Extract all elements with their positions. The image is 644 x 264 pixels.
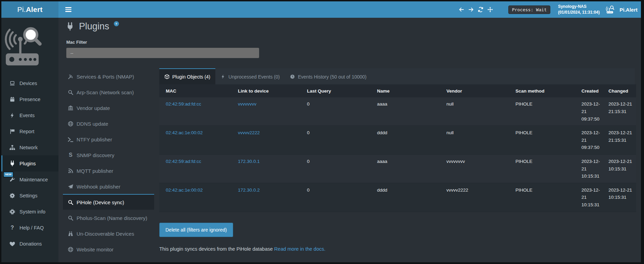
device-link[interactable]: 172.30.0.1 xyxy=(238,159,260,164)
mac-link[interactable]: 02:42:ac:1e:00:02 xyxy=(166,187,203,193)
sidebar-item-label: Network xyxy=(19,145,38,150)
cell-name: dddd xyxy=(371,183,440,212)
plug-icon xyxy=(9,161,15,167)
sidebar-item-presence[interactable]: Presence xyxy=(1,91,58,107)
globe-icon xyxy=(68,121,73,127)
app-logo[interactable]: Pi.Alert xyxy=(1,1,58,18)
sidebar-item-label: Plugins xyxy=(19,161,36,166)
sidebar-item-maintenance[interactable]: NEWMaintenance xyxy=(1,171,58,187)
mac-filter: Mac Filter xyxy=(66,40,635,58)
bolt-icon xyxy=(220,74,226,79)
refresh-icon[interactable] xyxy=(478,6,484,13)
help-badge[interactable]: ? xyxy=(114,21,119,26)
mac-filter-input[interactable] xyxy=(66,48,259,58)
plugin-nav-item-nmap[interactable]: Services & Ports (NMAP) xyxy=(63,68,154,84)
cell-vendor: null xyxy=(440,97,509,126)
sidebar-item-donations[interactable]: Donations xyxy=(1,236,58,252)
mac-link[interactable]: 02:42:ac:1e:00:02 xyxy=(166,130,203,135)
sidebar-item-system-info[interactable]: System info xyxy=(1,204,58,220)
tab-plugin-objects[interactable]: Plugin Objects (4) xyxy=(159,68,215,84)
plugin-nav-item-undiscoverable[interactable]: Un-Discoverable Devices xyxy=(63,225,154,241)
bank-icon xyxy=(68,105,73,111)
sidebar-item-help-faq[interactable]: ?Help / FAQ xyxy=(1,220,58,236)
sidebar-item-report[interactable]: Report xyxy=(1,123,58,139)
plugin-nav-label: Services & Ports (NMAP) xyxy=(77,74,134,80)
back-icon[interactable] xyxy=(458,6,465,13)
plugin-nav-item-pholus[interactable]: Pholus-Scan (Name discovery) xyxy=(63,210,154,225)
sidebar-item-events[interactable]: Events xyxy=(1,107,58,123)
mac-link[interactable]: 02:42:59:ad:fd:cc xyxy=(166,101,201,107)
plugin-list: Services & Ports (NMAP) Arp-Scan (Networ… xyxy=(63,68,154,257)
sidebar-item-devices[interactable]: Devices xyxy=(1,75,58,91)
docs-link[interactable]: Read more in the docs. xyxy=(274,246,325,252)
cell-scan-method: PIHOLE xyxy=(509,97,579,126)
cell-created: 2023-12-21 10:15:31 xyxy=(579,183,606,212)
plugin-nav-label: Pholus-Scan (Name discovery) xyxy=(77,215,147,221)
sidebar-item-plugins[interactable]: Plugins xyxy=(1,155,58,171)
plugin-nav-item-mqtt[interactable]: MQTT publisher xyxy=(63,163,154,178)
calendar-icon xyxy=(9,96,15,102)
binoculars-icon xyxy=(68,231,73,237)
cell-changed: 2023-12-21 10:15:31 xyxy=(606,183,636,212)
cell-last-query: 0 xyxy=(300,126,371,154)
satellite-dish-icon xyxy=(68,74,73,80)
column-header-link: Link to device xyxy=(231,84,300,97)
device-link[interactable]: vvvvvvvv xyxy=(238,101,256,107)
plugin-nav-item-website-monitor[interactable]: Website monitor xyxy=(63,241,154,257)
cell-mac: 02:42:59:ad:fd:cc xyxy=(159,154,231,183)
bolt-icon xyxy=(9,112,15,119)
plugin-nav-item-pihole[interactable]: PiHole (Device sync) xyxy=(63,194,154,210)
column-header-scan-method: Scan method xyxy=(509,84,579,97)
sidebar-item-label: Events xyxy=(19,113,35,118)
plugin-nav-item-ntfy[interactable]: NTFY publisher xyxy=(63,131,154,147)
cell-changed: 2023-12-21 21:15:31 xyxy=(606,126,636,154)
host-info: Synology-NAS (01/01/2024, 11:31:04) xyxy=(558,4,600,16)
sidebar-item-network[interactable]: Network xyxy=(1,139,58,155)
tab-events-history[interactable]: Events History (50 out of 10000) xyxy=(285,68,372,84)
plugin-nav-item-arpscan[interactable]: Arp-Scan (Network scan) xyxy=(63,84,154,100)
plugin-nav-label: Arp-Scan (Network scan) xyxy=(77,89,134,95)
globe-icon xyxy=(68,247,73,252)
new-badge: NEW xyxy=(3,171,14,178)
delete-all-button[interactable]: Delete all (filters are ignored) xyxy=(159,223,233,237)
plugin-nav-item-webhook[interactable]: Webhook publisher xyxy=(63,178,154,194)
mac-filter-label: Mac Filter xyxy=(66,40,635,45)
paper-plane-icon xyxy=(68,184,73,190)
move-icon[interactable] xyxy=(487,6,493,13)
cell-link-to-device: 172.30.0.2 xyxy=(231,183,300,212)
sidebar-item-label: Donations xyxy=(19,241,42,247)
forward-icon[interactable] xyxy=(468,6,474,13)
column-header-last-query: Last Query xyxy=(300,84,371,97)
sidebar-item-label: Report xyxy=(19,129,35,134)
question-icon: ? xyxy=(9,225,15,231)
table-row: 02:42:59:ad:fd:cc 172.30.0.1 0 aaaa vvvv… xyxy=(159,154,636,183)
heart-icon xyxy=(9,241,15,247)
cell-link-to-device: 172.30.0.1 xyxy=(231,154,300,183)
brand-bold: Alert xyxy=(26,5,43,14)
sidebar-menu: Devices Presence Events Report Network P… xyxy=(1,75,58,252)
device-link[interactable]: 172.30.0.2 xyxy=(238,187,260,193)
tab-bar: Plugin Objects (4) Unprocessed Events (0… xyxy=(159,68,635,84)
tab-label: Plugin Objects (4) xyxy=(172,74,210,80)
plugin-description-text: This plugin syncs devices from the PiHol… xyxy=(159,246,273,252)
rss-icon xyxy=(68,168,73,174)
device-link[interactable]: vvvvv2222 xyxy=(238,130,260,135)
process-status-badge: Process: Wait xyxy=(508,5,551,14)
table-row: 02:42:ac:1e:00:02 172.30.0.2 0 dddd vvvv… xyxy=(159,183,636,212)
plugin-nav-item-snmp[interactable]: SSNMP discovery xyxy=(63,147,154,163)
app-window: Pi.Alert Process: Wait Synology-NAS (01/… xyxy=(1,1,641,262)
plugin-nav-item-vendor-update[interactable]: Vendor update xyxy=(63,100,154,115)
sidebar-item-settings[interactable]: Settings xyxy=(1,187,58,204)
pialert-logo-art xyxy=(1,21,43,72)
tab-unprocessed-events[interactable]: Unprocessed Events (0) xyxy=(215,68,285,84)
pialert-mini-logo-icon xyxy=(606,5,616,14)
sidebar-toggle-button[interactable] xyxy=(63,5,74,14)
plugin-nav-item-ddns[interactable]: DDNS update xyxy=(63,115,154,131)
terminal-icon xyxy=(68,137,73,142)
mac-link[interactable]: 02:42:59:ad:fd:cc xyxy=(166,159,201,164)
cell-scan-method: PIHOLE xyxy=(509,154,579,183)
main-sidebar: Devices Presence Events Report Network P… xyxy=(1,18,58,262)
column-header-name: Name xyxy=(371,84,440,97)
cell-name: aaaa xyxy=(371,97,440,126)
cell-vendor: vvvvvvvv xyxy=(440,154,509,183)
